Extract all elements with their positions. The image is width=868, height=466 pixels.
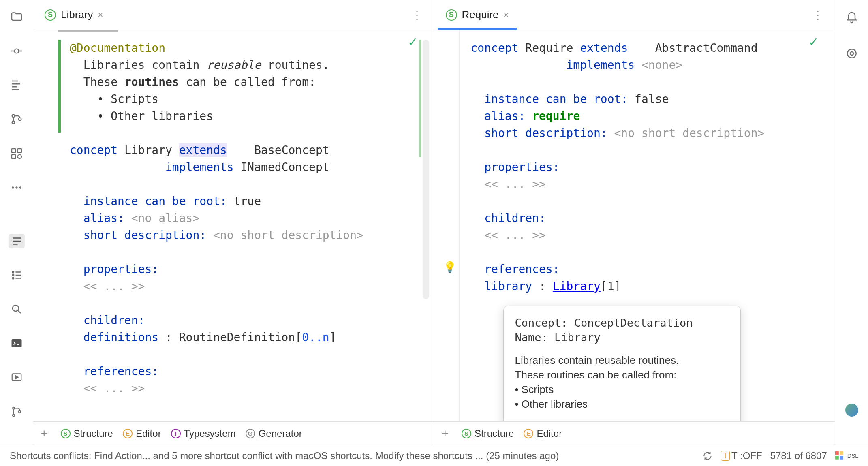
svg-point-9 [15, 186, 17, 188]
tab-bar-right: S Require × ⋮ [434, 0, 835, 30]
btab-structure[interactable]: SStructure [61, 428, 113, 439]
close-icon[interactable]: × [98, 10, 103, 20]
main-area: S Library × ⋮ ✓ @Documentation Libraries… [0, 0, 868, 445]
tab-more-icon[interactable]: ⋮ [403, 8, 431, 21]
tab-more-icon[interactable]: ⋮ [804, 8, 832, 21]
services-icon[interactable] [9, 146, 25, 161]
list-icon[interactable] [9, 268, 25, 282]
folder-icon[interactable] [9, 10, 25, 24]
editor-body-right[interactable]: ✓ 💡 concept Require extends AbstractComm… [434, 30, 835, 421]
svg-rect-24 [835, 456, 839, 460]
target-icon[interactable] [844, 45, 860, 62]
impl-none: <none> [641, 58, 682, 72]
bottom-tabs-left: + SStructure EEditor TTypesystem GGenera… [33, 421, 434, 445]
editor-pane-left: S Library × ⋮ ✓ @Documentation Libraries… [33, 0, 434, 445]
shortdesc-val: <no short description> [614, 126, 765, 140]
btab-editor[interactable]: EEditor [524, 428, 562, 439]
status-message[interactable]: Shortcuts conflicts: Find Action... and … [10, 450, 559, 462]
ref-lib-link[interactable]: Library [553, 280, 601, 293]
commit-icon[interactable] [9, 44, 25, 58]
iface: INamedConcept [240, 160, 329, 174]
ref-card: [1] [601, 280, 621, 293]
btab-typesystem[interactable]: TTypesystem [171, 428, 236, 439]
run-icon[interactable] [9, 370, 25, 385]
close-icon[interactable]: × [504, 10, 509, 20]
add-tab-icon[interactable]: + [41, 427, 48, 440]
tt-concept-line: Concept: ConceptDeclaration [515, 316, 729, 330]
svg-rect-4 [12, 149, 15, 152]
avatar-icon[interactable] [844, 402, 860, 418]
kw-shortdesc: short description: [83, 229, 206, 242]
svg-rect-15 [11, 339, 21, 347]
kw-children: children: [83, 314, 145, 327]
doc-bullet: • Other libraries [97, 109, 213, 123]
svg-point-2 [12, 121, 15, 124]
status-sync-icon[interactable] [702, 451, 713, 461]
status-position[interactable]: 5781 of 6807 [770, 450, 827, 462]
tab-bar-left: S Library × ⋮ [33, 0, 434, 30]
kw-refs: references: [484, 263, 559, 276]
kw-concept: concept [471, 41, 519, 55]
doc-bold: routines [124, 75, 179, 89]
btab-editor[interactable]: EEditor [123, 428, 161, 439]
children-type: RoutineDefinition [179, 331, 295, 344]
placeholder: << ... >> [484, 177, 546, 191]
structure-icon[interactable] [9, 78, 25, 92]
svg-rect-6 [12, 154, 15, 158]
tab-title: Library [61, 9, 93, 21]
text-lines-icon[interactable] [9, 234, 25, 248]
root-val: true [234, 195, 261, 208]
super-concept: AbstractCommand [655, 41, 758, 55]
bottom-tabs-right: + SStructure EEditor [434, 421, 835, 445]
kw-root: instance can be root: [484, 92, 628, 106]
intention-bulb-icon[interactable]: 💡 [443, 261, 456, 274]
shortdesc-val: <no short description> [213, 229, 363, 242]
status-t-off[interactable]: TT :OFF [721, 450, 762, 462]
svg-point-3 [18, 118, 21, 121]
editor-gutter [434, 30, 460, 421]
doc-annotation: @Documentation [70, 41, 165, 55]
svg-point-11 [12, 271, 14, 273]
doc-line: These [83, 75, 124, 89]
kw-children: children: [484, 212, 546, 225]
search-icon[interactable] [9, 302, 25, 316]
editor-body-left[interactable]: ✓ @Documentation Libraries contain reusa… [33, 30, 434, 421]
svg-point-20 [847, 49, 856, 58]
btab-structure[interactable]: SStructure [462, 428, 514, 439]
placeholder: << ... >> [83, 382, 145, 395]
svg-point-8 [12, 186, 14, 188]
status-dsl[interactable]: DSL [835, 451, 858, 460]
alias-val: require [532, 109, 580, 123]
svg-point-14 [13, 305, 19, 311]
s-badge-icon: S [45, 9, 56, 21]
tt-body-line: Libraries contain reusable routines. [515, 353, 729, 368]
bell-icon[interactable] [844, 10, 860, 26]
tt-name-line: Name: Library [515, 330, 729, 345]
root-val: false [635, 92, 669, 106]
svg-point-17 [13, 407, 15, 409]
placeholder: << ... >> [83, 280, 145, 293]
svg-rect-5 [17, 149, 21, 152]
code-area-left[interactable]: @Documentation Libraries contain reusabl… [58, 30, 434, 421]
tab-library[interactable]: S Library × [36, 0, 111, 30]
kw-implements: implements [165, 160, 234, 174]
svg-point-10 [19, 186, 21, 188]
more-tools-icon[interactable] [9, 180, 25, 195]
svg-rect-23 [840, 451, 843, 455]
tab-require[interactable]: S Require × [438, 0, 517, 30]
vcs-icon[interactable] [9, 112, 25, 126]
vcs-branch-icon[interactable] [9, 404, 25, 419]
doc-ital: reusable [206, 58, 261, 72]
add-tab-icon[interactable]: + [442, 427, 449, 440]
kw-concept: concept [70, 143, 118, 157]
children-defs: definitions [83, 331, 158, 344]
terminal-icon[interactable] [9, 336, 25, 351]
svg-point-21 [850, 52, 853, 55]
svg-point-0 [14, 49, 19, 53]
doc-line: can be called from: [179, 75, 316, 89]
btab-generator[interactable]: GGenerator [246, 428, 302, 439]
svg-rect-22 [835, 451, 839, 455]
kw-shortdesc: short description: [484, 126, 607, 140]
status-bar: Shortcuts conflicts: Find Action... and … [0, 445, 868, 466]
super-concept: BaseConcept [254, 143, 329, 157]
